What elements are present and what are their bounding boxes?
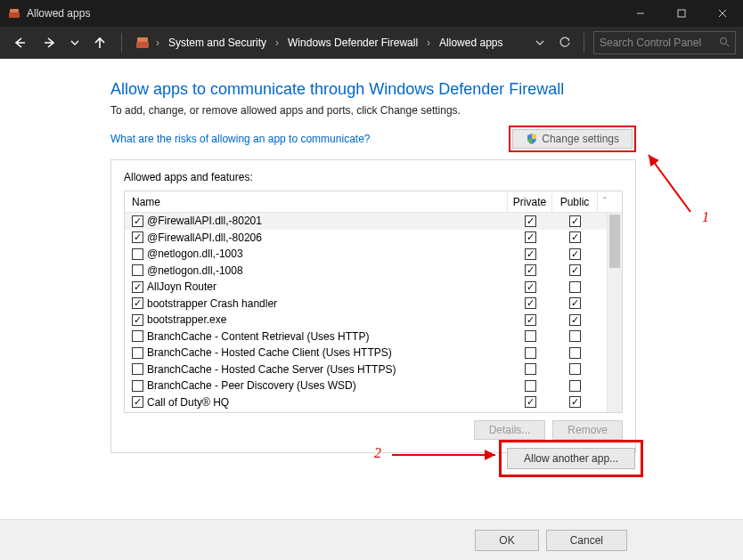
table-row[interactable]: bootstrapper Crash handler — [125, 296, 622, 312]
private-checkbox[interactable] — [525, 248, 536, 260]
enable-checkbox[interactable] — [132, 248, 143, 260]
breadcrumb-item[interactable]: System and Security — [165, 35, 270, 51]
help-link[interactable]: What are the risks of allowing an app to… — [110, 133, 370, 145]
app-name: BranchCache - Hosted Cache Server (Uses … — [147, 363, 396, 376]
table-row[interactable]: AllJoyn Router — [125, 279, 622, 296]
allowed-apps-group: Allowed apps and features: Name Private … — [110, 159, 636, 453]
allow-another-app-button[interactable]: Allow another app... — [507, 448, 635, 469]
table-row[interactable]: @FirewallAPI.dll,-80206 — [125, 230, 622, 247]
address-dropdown[interactable] — [530, 33, 550, 53]
title-bar: Allowed apps — [0, 0, 743, 27]
private-checkbox[interactable] — [525, 314, 536, 326]
breadcrumb-item[interactable]: Windows Defender Firewall — [284, 35, 421, 51]
public-checkbox[interactable] — [569, 347, 581, 359]
private-checkbox[interactable] — [525, 347, 536, 359]
group-title: Allowed apps and features: — [124, 171, 623, 183]
enable-checkbox[interactable] — [132, 264, 143, 276]
public-checkbox[interactable] — [569, 297, 581, 309]
enable-checkbox[interactable] — [132, 314, 143, 326]
enable-checkbox[interactable] — [132, 297, 143, 309]
private-checkbox[interactable] — [525, 396, 536, 408]
refresh-button[interactable] — [555, 33, 575, 53]
table-row[interactable]: bootstrapper.exe — [125, 312, 622, 329]
public-checkbox[interactable] — [569, 330, 581, 342]
private-checkbox[interactable] — [525, 363, 536, 375]
table-row[interactable]: @netlogon.dll,-1003 — [125, 246, 622, 263]
table-row[interactable]: BranchCache - Hosted Cache Client (Uses … — [125, 345, 622, 361]
svg-rect-0 — [9, 12, 20, 18]
public-checkbox[interactable] — [569, 231, 581, 243]
search-placeholder: Search Control Panel — [600, 37, 701, 49]
remove-button[interactable]: Remove — [552, 420, 623, 440]
table-row[interactable]: BranchCache - Content Retrieval (Uses HT… — [125, 329, 622, 345]
private-checkbox[interactable] — [525, 330, 536, 342]
ok-button[interactable]: OK — [475, 530, 538, 551]
svg-point-8 — [721, 37, 727, 44]
cancel-button[interactable]: Cancel — [546, 530, 627, 551]
breadcrumb-item[interactable]: Allowed apps — [436, 35, 506, 51]
app-name: Call of Duty® HQ — [147, 396, 229, 409]
chevron-right-icon: › — [154, 37, 161, 49]
forward-button[interactable] — [37, 30, 62, 55]
private-checkbox[interactable] — [525, 264, 536, 276]
table-header: Name Private Public ˆ — [125, 191, 622, 213]
col-expand-icon[interactable]: ˆ — [597, 191, 612, 212]
page-heading: Allow apps to communicate through Window… — [110, 80, 636, 99]
col-public[interactable]: Public — [552, 191, 597, 212]
public-checkbox[interactable] — [569, 281, 581, 293]
nav-separator — [121, 33, 122, 53]
private-checkbox[interactable] — [525, 215, 536, 227]
app-name: bootstrapper Crash handler — [147, 297, 277, 310]
app-name: @FirewallAPI.dll,-80206 — [147, 231, 262, 244]
shield-icon — [526, 133, 538, 145]
enable-checkbox[interactable] — [132, 396, 143, 408]
private-checkbox[interactable] — [525, 231, 536, 243]
minimize-button[interactable] — [620, 0, 661, 27]
app-name: BranchCache - Content Retrieval (Uses HT… — [147, 330, 369, 343]
private-checkbox[interactable] — [525, 297, 536, 309]
app-name: BranchCache - Peer Discovery (Uses WSD) — [147, 379, 356, 392]
maximize-button[interactable] — [661, 0, 702, 27]
enable-checkbox[interactable] — [132, 281, 143, 293]
back-button[interactable] — [7, 30, 32, 55]
up-button[interactable] — [87, 30, 112, 55]
table-row[interactable]: BranchCache - Hosted Cache Server (Uses … — [125, 361, 622, 378]
nav-separator — [584, 33, 584, 53]
public-checkbox[interactable] — [569, 380, 581, 392]
public-checkbox[interactable] — [569, 264, 581, 276]
table-row[interactable]: BranchCache - Peer Discovery (Uses WSD) — [125, 377, 622, 394]
scrollbar-thumb[interactable] — [609, 215, 620, 268]
enable-checkbox[interactable] — [132, 231, 143, 243]
public-checkbox[interactable] — [569, 396, 581, 408]
apps-table: Name Private Public ˆ @FirewallAPI.dll,-… — [124, 191, 623, 413]
table-row[interactable]: Call of Duty® HQ — [125, 394, 622, 411]
private-checkbox[interactable] — [525, 380, 536, 392]
firewall-icon — [135, 35, 151, 51]
change-settings-button[interactable]: Change settings — [512, 129, 633, 149]
col-private[interactable]: Private — [508, 191, 552, 212]
scrollbar[interactable] — [607, 213, 622, 412]
enable-checkbox[interactable] — [132, 363, 143, 375]
private-checkbox[interactable] — [525, 281, 536, 293]
table-row[interactable]: @netlogon.dll,-1008 — [125, 263, 622, 280]
recent-dropdown[interactable] — [68, 30, 82, 55]
col-name[interactable]: Name — [125, 191, 508, 212]
svg-rect-6 — [136, 42, 149, 48]
app-name: bootstrapper.exe — [147, 313, 226, 326]
search-input[interactable]: Search Control Panel — [593, 31, 736, 54]
close-button[interactable] — [702, 0, 743, 27]
svg-rect-3 — [678, 10, 685, 17]
breadcrumb[interactable]: › System and Security › Windows Defender… — [131, 35, 525, 51]
enable-checkbox[interactable] — [132, 380, 143, 392]
details-button[interactable]: Details... — [474, 420, 546, 440]
window-title: Allowed apps — [27, 7, 90, 20]
public-checkbox[interactable] — [569, 314, 581, 326]
enable-checkbox[interactable] — [132, 330, 143, 342]
public-checkbox[interactable] — [569, 248, 581, 260]
enable-checkbox[interactable] — [132, 347, 143, 359]
app-name: @netlogon.dll,-1008 — [147, 264, 243, 277]
table-row[interactable]: @FirewallAPI.dll,-80201 — [125, 213, 622, 230]
enable-checkbox[interactable] — [132, 215, 143, 227]
public-checkbox[interactable] — [569, 363, 581, 375]
public-checkbox[interactable] — [569, 215, 581, 227]
